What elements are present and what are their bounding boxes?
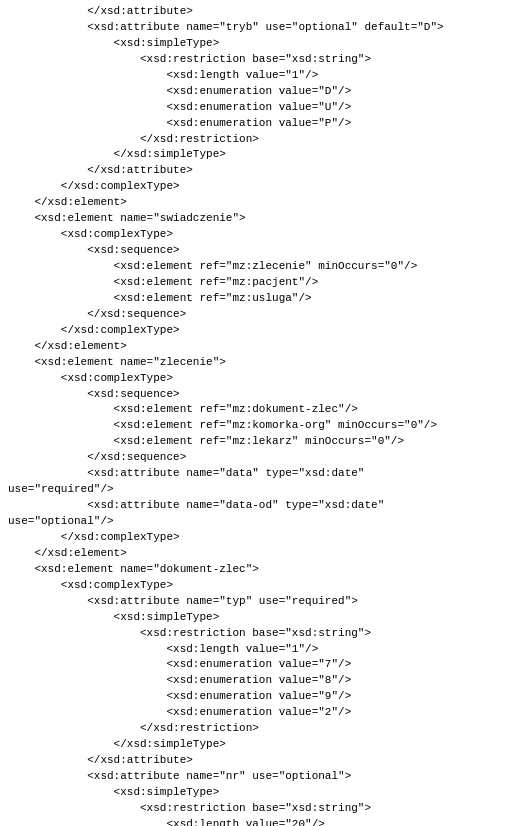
code-line: </xsd:simpleType>	[8, 737, 520, 753]
code-line: <xsd:element ref="mz:dokument-zlec"/>	[8, 402, 520, 418]
code-line: <xsd:enumeration value="8"/>	[8, 673, 520, 689]
code-line: </xsd:attribute>	[8, 4, 520, 20]
code-line: <xsd:length value="20"/>	[8, 817, 520, 826]
code-line: <xsd:enumeration value="U"/>	[8, 100, 520, 116]
code-line: </xsd:restriction>	[8, 721, 520, 737]
code-line: <xsd:complexType>	[8, 371, 520, 387]
code-line: </xsd:sequence>	[8, 307, 520, 323]
code-line: <xsd:restriction base="xsd:string">	[8, 52, 520, 68]
code-line: <xsd:attribute name="data-od" type="xsd:…	[8, 498, 520, 514]
code-line: <xsd:enumeration value="7"/>	[8, 657, 520, 673]
code-line: <xsd:complexType>	[8, 578, 520, 594]
code-line: </xsd:element>	[8, 546, 520, 562]
code-line: </xsd:complexType>	[8, 323, 520, 339]
code-line: <xsd:attribute name="nr" use="optional">	[8, 769, 520, 785]
code-line: <xsd:simpleType>	[8, 36, 520, 52]
code-line: <xsd:element name="zlecenie">	[8, 355, 520, 371]
code-line: use="required"/>	[8, 482, 520, 498]
code-line: <xsd:simpleType>	[8, 610, 520, 626]
code-line: </xsd:sequence>	[8, 450, 520, 466]
code-line: <xsd:length value="1"/>	[8, 68, 520, 84]
code-line: <xsd:element ref="mz:usluga"/>	[8, 291, 520, 307]
code-line: <xsd:element ref="mz:komorka-org" minOcc…	[8, 418, 520, 434]
code-line: <xsd:enumeration value="2"/>	[8, 705, 520, 721]
code-line: </xsd:element>	[8, 339, 520, 355]
code-line: <xsd:sequence>	[8, 387, 520, 403]
code-line: <xsd:enumeration value="9"/>	[8, 689, 520, 705]
code-line: </xsd:element>	[8, 195, 520, 211]
code-line: <xsd:enumeration value="D"/>	[8, 84, 520, 100]
code-line: <xsd:element name="swiadczenie">	[8, 211, 520, 227]
code-line: <xsd:simpleType>	[8, 785, 520, 801]
code-line: <xsd:attribute name="tryb" use="optional…	[8, 20, 520, 36]
code-line: <xsd:length value="1"/>	[8, 642, 520, 658]
code-line: <xsd:sequence>	[8, 243, 520, 259]
code-line: use="optional"/>	[8, 514, 520, 530]
code-line: </xsd:attribute>	[8, 163, 520, 179]
code-line: <xsd:element ref="mz:lekarz" minOccurs="…	[8, 434, 520, 450]
code-viewer: </xsd:attribute> <xsd:attribute name="tr…	[0, 0, 528, 826]
code-line: </xsd:attribute>	[8, 753, 520, 769]
code-line: </xsd:restriction>	[8, 132, 520, 148]
code-line: </xsd:simpleType>	[8, 147, 520, 163]
code-line: <xsd:enumeration value="P"/>	[8, 116, 520, 132]
code-line: <xsd:element name="dokument-zlec">	[8, 562, 520, 578]
code-line: <xsd:attribute name="typ" use="required"…	[8, 594, 520, 610]
code-line: <xsd:element ref="mz:zlecenie" minOccurs…	[8, 259, 520, 275]
code-line: <xsd:attribute name="data" type="xsd:dat…	[8, 466, 520, 482]
code-line: <xsd:complexType>	[8, 227, 520, 243]
code-line: <xsd:element ref="mz:pacjent"/>	[8, 275, 520, 291]
code-line: </xsd:complexType>	[8, 179, 520, 195]
code-line: <xsd:restriction base="xsd:string">	[8, 626, 520, 642]
code-line: </xsd:complexType>	[8, 530, 520, 546]
code-line: <xsd:restriction base="xsd:string">	[8, 801, 520, 817]
